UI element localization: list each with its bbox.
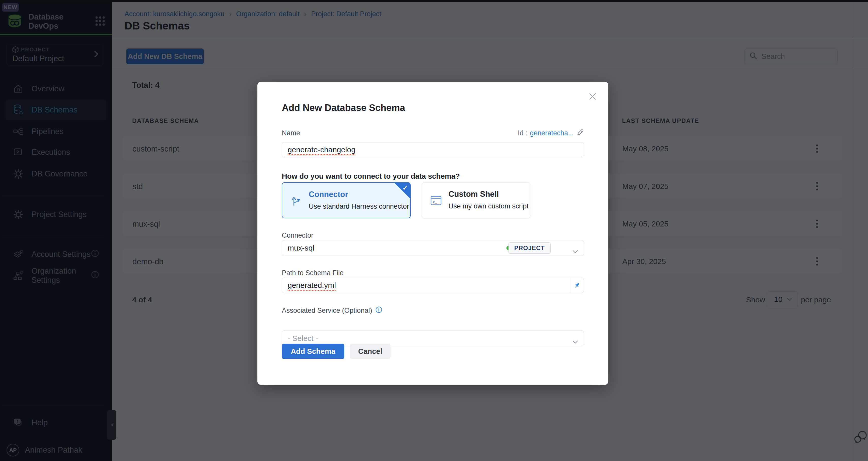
modal-title: Add New Database Schema — [282, 103, 405, 113]
service-label-row: Associated Service (Optional) — [282, 306, 584, 315]
chevron-down-icon — [572, 246, 578, 255]
connect-options: Connector Use standard Harness connector… — [282, 182, 584, 219]
modal-actions: Add Schema Cancel — [282, 344, 584, 359]
connector-fork-icon — [290, 194, 303, 208]
add-schema-button[interactable]: Add Schema — [282, 344, 344, 359]
option-title: Connector — [309, 190, 348, 199]
path-label: Path to Schema File — [282, 269, 584, 277]
app-root: NEW Database DevOps — [0, 0, 868, 461]
terminal-icon: >_ — [430, 194, 442, 208]
id-prefix: Id : — [518, 129, 528, 137]
connect-question: How do you want to connect to your data … — [282, 172, 584, 180]
option-card-connector[interactable]: Connector Use standard Harness connector… — [282, 182, 411, 218]
info-icon[interactable] — [375, 306, 382, 315]
service-label: Associated Service (Optional) — [282, 307, 372, 315]
cancel-button[interactable]: Cancel — [350, 344, 391, 359]
name-field-header: Name Id : generatecha... — [282, 128, 584, 138]
edit-pencil-icon[interactable] — [576, 128, 584, 138]
connector-label: Connector — [282, 232, 584, 239]
option-card-custom-shell[interactable]: >_ Custom Shell Use my own custom script — [422, 182, 530, 218]
id-value-link[interactable]: generatecha... — [530, 129, 574, 137]
name-label: Name — [282, 129, 300, 137]
name-input[interactable]: generate-changelog — [282, 142, 584, 157]
pin-button[interactable] — [570, 278, 584, 293]
svg-text:>_: >_ — [432, 200, 437, 204]
path-input[interactable]: generated.yml — [282, 278, 584, 293]
add-schema-modal: Add New Database Schema Name Id : genera… — [257, 82, 608, 385]
connector-value: mux-sql — [288, 244, 314, 252]
path-input-value: generated.yml — [288, 281, 336, 290]
check-icon: ✓ — [402, 184, 408, 192]
option-title: Custom Shell — [448, 190, 499, 199]
scope-badge: PROJECT — [508, 242, 551, 254]
connector-select[interactable]: mux-sql PROJECT — [282, 240, 584, 256]
option-desc: Use standard Harness connector — [309, 203, 409, 210]
service-placeholder: - Select - — [288, 334, 318, 343]
option-desc: Use my own custom script — [448, 202, 529, 210]
name-input-value: generate-changelog — [288, 145, 355, 154]
schema-id-group: Id : generatecha... — [518, 128, 584, 138]
close-icon[interactable] — [587, 91, 598, 102]
